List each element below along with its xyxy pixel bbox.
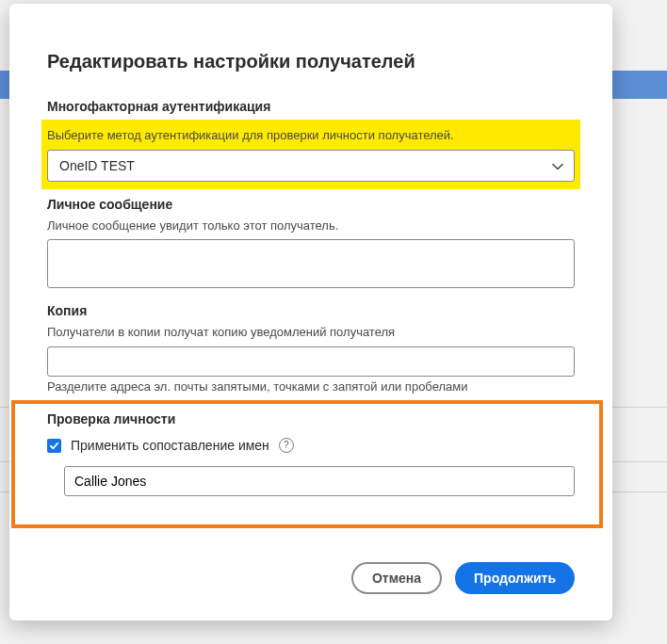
- cc-note: Разделите адреса эл. почты запятыми, точ…: [47, 378, 575, 395]
- cc-help: Получатели в копии получат копию уведомл…: [47, 324, 575, 341]
- personal-message-input[interactable]: [47, 239, 575, 288]
- mfa-method-select-button[interactable]: OneID TEST: [47, 150, 575, 182]
- mfa-help-text: Выберите метод аутентификации для провер…: [47, 127, 575, 144]
- edit-recipient-settings-dialog: Редактировать настройки получателей Мног…: [9, 4, 612, 620]
- dialog-title: Редактировать настройки получателей: [47, 51, 575, 72]
- mfa-highlight-region: Выберите метод аутентификации для провер…: [41, 120, 580, 189]
- help-icon[interactable]: ?: [279, 438, 294, 453]
- personal-message-help: Личное сообщение увидит только этот полу…: [47, 217, 575, 234]
- personal-message-heading: Личное сообщение: [47, 197, 575, 212]
- name-match-label: Применить сопоставление имен: [71, 438, 269, 453]
- cc-input[interactable]: [47, 346, 575, 377]
- cc-heading: Копия: [47, 303, 575, 318]
- identity-name-input[interactable]: [64, 466, 575, 496]
- name-match-checkbox[interactable]: [47, 439, 61, 453]
- mfa-method-select[interactable]: OneID TEST: [47, 150, 575, 182]
- identity-heading: Проверка личности: [47, 411, 575, 427]
- continue-button[interactable]: Продолжить: [455, 562, 575, 594]
- dialog-footer: Отмена Продолжить: [9, 549, 612, 620]
- mfa-heading: Многофакторная аутентификация: [47, 99, 575, 114]
- cancel-button[interactable]: Отмена: [351, 562, 442, 594]
- identity-highlight-region: Проверка личности Применить сопоставлени…: [11, 400, 603, 528]
- mfa-method-selected-value: OneID TEST: [59, 158, 135, 173]
